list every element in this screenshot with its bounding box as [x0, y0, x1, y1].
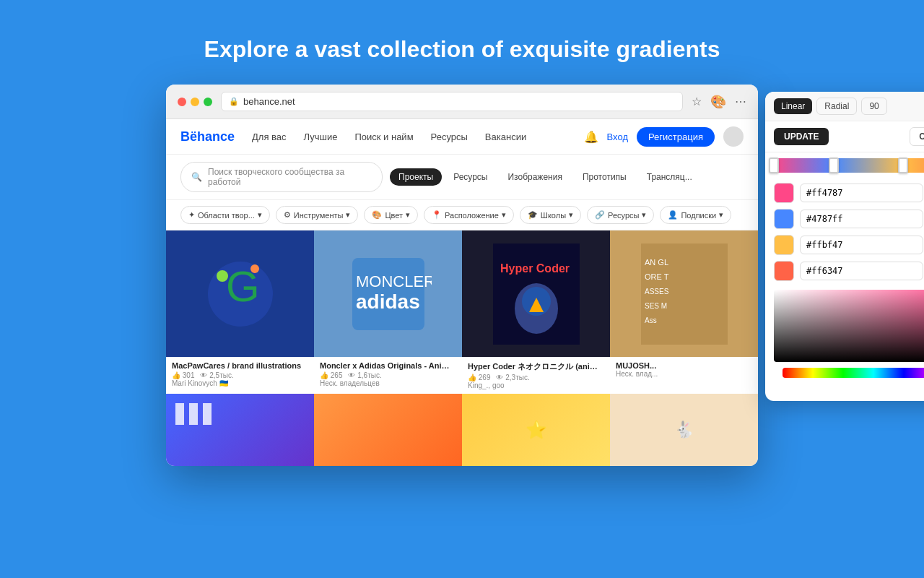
search-tab-projects[interactable]: Проекты [390, 168, 442, 186]
svg-rect-18 [175, 403, 184, 425]
filter-location[interactable]: 📍 Расположение ▾ [424, 206, 514, 224]
svg-rect-19 [189, 403, 198, 425]
filter-bar: ✦ Области твор... ▾ ⚙ Инструменты ▾ 🎨 Цв… [166, 200, 758, 230]
slider-handle-1[interactable] [829, 158, 839, 173]
browser-actions: ☆ 🎨 ⋯ [692, 94, 746, 110]
color-swatch-1[interactable] [774, 209, 794, 229]
bottom-thumb-2[interactable]: ⭐ [462, 394, 610, 466]
svg-text:SES M: SES M [645, 302, 667, 310]
svg-point-2 [217, 270, 228, 282]
gallery-title-1: Moncler x Adidas Originals - Animation [320, 361, 456, 370]
profile-avatar[interactable] [723, 126, 744, 147]
search-icon: 🔍 [191, 172, 202, 182]
search-tab-resources[interactable]: Ресурсы [445, 168, 496, 186]
gallery-meta-1: 👍 265 👁 1,6тыс. [320, 371, 456, 379]
hue-bar[interactable] [783, 368, 924, 378]
gallery-author-3: Неск. влад... [616, 370, 752, 378]
bottom-thumb-0[interactable] [166, 394, 314, 466]
tab-radial[interactable]: Radial [816, 98, 857, 115]
nav-item-best[interactable]: Лучшие [304, 131, 338, 142]
gallery-author-0: Mari Kinovych 🇺🇦 [172, 379, 308, 387]
bottom-thumb-1[interactable] [314, 394, 462, 466]
color-icon: 🎨 [372, 210, 382, 220]
color-wheel-icon[interactable]: 🎨 [710, 94, 726, 110]
traffic-light-green[interactable] [204, 98, 212, 106]
color-swatch-0[interactable] [774, 183, 794, 203]
color-swatch-3[interactable] [774, 261, 794, 281]
gallery-item-3[interactable]: AN GL ORE T ASSES SES M Ass MUJOSH... Не… [610, 230, 758, 394]
gallery-item-0[interactable]: G MacPawCares / brand illustrations 👍 30… [166, 230, 314, 394]
panel-bottom: × [765, 384, 924, 401]
panel-actions: UPDATE COPY CSS [765, 121, 924, 152]
color-stop-2: × [774, 235, 924, 255]
svg-text:MONCLER: MONCLER [356, 272, 432, 290]
gallery-meta-0: 👍 301 👁 2,5тыс. [172, 371, 308, 379]
school-icon: 🎓 [528, 210, 538, 220]
gallery-item-1[interactable]: adidas MONCLER Moncler x Adidas Original… [314, 230, 462, 394]
subs-icon: 👤 [668, 210, 678, 220]
color-hex-input-3[interactable] [800, 262, 923, 280]
nav-item-vacancies[interactable]: Вакансии [485, 131, 526, 142]
color-hex-input-1[interactable] [800, 210, 923, 228]
gallery-title-3: MUJOSH... [616, 361, 752, 370]
more-icon[interactable]: ⋯ [735, 95, 746, 108]
gallery-author-1: Неск. владельцев [320, 379, 456, 387]
traffic-lights [178, 98, 212, 106]
filter-tools[interactable]: ⚙ Инструменты ▾ [276, 206, 359, 224]
traffic-light-yellow[interactable] [191, 98, 199, 106]
gallery-info-2: Hyper Coder ネオクロニクル (anime style) 👍 269 … [462, 357, 610, 394]
update-button[interactable]: UPDATE [774, 128, 829, 145]
nav-item-jobs[interactable]: Поиск и найм [354, 131, 413, 142]
resources-icon: 🔗 [595, 210, 605, 220]
gallery-item-2[interactable]: Hyper Coder Hyper Coder ネオクロニクル (anime s… [462, 230, 610, 394]
star-icon[interactable]: ☆ [692, 95, 702, 108]
svg-text:Ass: Ass [645, 316, 657, 324]
copy-css-button[interactable]: COPY CSS [910, 127, 924, 146]
register-button[interactable]: Регистрация [637, 127, 715, 147]
nav-item-resources[interactable]: Ресурсы [431, 131, 468, 142]
gallery-grid: G MacPawCares / brand illustrations 👍 30… [166, 230, 758, 394]
filter-resources[interactable]: 🔗 Ресурсы ▾ [587, 206, 654, 224]
behance-nav: Bëhance Для вас Лучшие Поиск и найм Ресу… [166, 119, 758, 155]
location-icon: 📍 [432, 210, 442, 220]
color-hex-input-0[interactable] [800, 184, 923, 202]
hero-title: Explore a vast collection of exquisite g… [204, 36, 720, 63]
filter-areas[interactable]: ✦ Области твор... ▾ [180, 206, 270, 224]
color-stop-1: × [774, 209, 924, 229]
search-box[interactable]: 🔍 Поиск творческого сообщества за работо… [180, 162, 383, 192]
traffic-light-red[interactable] [178, 98, 186, 106]
gallery-info-1: Moncler x Adidas Originals - Animation 👍… [314, 357, 462, 392]
color-picker-preview[interactable] [774, 290, 924, 362]
angle-input[interactable]: 90 [861, 98, 886, 115]
bell-icon[interactable]: 🔔 [584, 130, 598, 144]
color-hex-input-2[interactable] [800, 236, 923, 254]
search-tabs: Проекты Ресурсы Изображения Прототипы Тр… [390, 168, 701, 186]
login-button[interactable]: Вход [607, 131, 628, 142]
tab-linear[interactable]: Linear [774, 98, 812, 114]
filter-subscriptions[interactable]: 👤 Подписки ▾ [660, 206, 731, 224]
gradient-panel: Linear Radial 90 × UPDATE COPY CSS × [765, 92, 924, 401]
nav-item-for-you[interactable]: Для вас [252, 131, 287, 142]
slider-handle-2[interactable] [898, 158, 908, 173]
color-swatch-2[interactable] [774, 235, 794, 255]
filter-schools[interactable]: 🎓 Школы ▾ [520, 206, 581, 224]
slider-handle-0[interactable] [769, 158, 779, 173]
gallery-meta-2: 👍 269 👁 2,3тыс. [468, 374, 604, 381]
bottom-row: ⭐ 🐇 [166, 394, 758, 466]
bottom-thumb-3[interactable]: 🐇 [610, 394, 758, 466]
svg-text:AN GL: AN GL [645, 258, 668, 267]
url-text: behance.net [243, 96, 295, 107]
color-stop-3: × [774, 261, 924, 281]
search-tab-prototypes[interactable]: Прототипы [574, 168, 635, 186]
browser-window: 🔒 behance.net ☆ 🎨 ⋯ Bëhance Для вас Лучш… [166, 85, 758, 466]
svg-rect-20 [203, 403, 212, 425]
behance-search: 🔍 Поиск творческого сообщества за работо… [166, 155, 758, 200]
search-tab-broadcasts[interactable]: Трансляц... [638, 168, 701, 186]
search-placeholder-text: Поиск творческого сообщества за работой [208, 167, 372, 187]
panel-header: Linear Radial 90 × [765, 92, 924, 121]
filter-color[interactable]: 🎨 Цвет ▾ [364, 206, 418, 224]
address-bar[interactable]: 🔒 behance.net [221, 92, 683, 111]
gallery-title-2: Hyper Coder ネオクロニクル (anime style) [468, 361, 604, 372]
svg-text:Hyper Coder: Hyper Coder [500, 262, 570, 275]
search-tab-images[interactable]: Изображения [499, 168, 570, 186]
